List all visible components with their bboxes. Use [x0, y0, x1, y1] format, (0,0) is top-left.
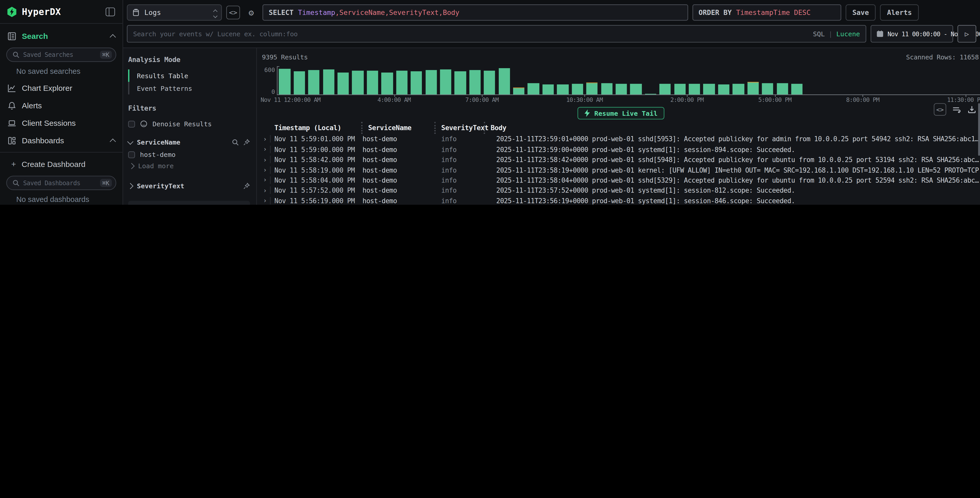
column-servicename[interactable]: ServiceName	[361, 122, 440, 134]
histogram-bar	[645, 94, 656, 94]
histogram-plot[interactable]	[277, 66, 980, 95]
sidebar-item-alerts[interactable]: Alerts	[0, 97, 123, 115]
histogram-bar	[528, 83, 539, 94]
row-severity: info	[441, 145, 496, 153]
log-row[interactable]: ›Nov 11 5:59:01.000 PMhost-demoinfo2025-…	[262, 134, 980, 144]
denoise-icon	[140, 120, 148, 128]
filters-label: Filters	[128, 104, 250, 113]
main-area: Logs <> ⚙ SELECT Timestamp ,ServiceName,…	[123, 0, 980, 205]
column-timestamp[interactable]: Timestamp (Local)	[274, 122, 367, 134]
query-toolbar: Logs <> ⚙ SELECT Timestamp ,ServiceName,…	[123, 0, 980, 48]
orderby-input[interactable]: ORDER BY TimestampTime DESC	[692, 4, 841, 21]
database-icon	[132, 8, 140, 17]
histogram-bar	[747, 82, 759, 94]
results-panel: 9395 Results Scanned Rows: 11658 600 0 N…	[257, 48, 980, 205]
sidebar-collapse-icon[interactable]	[106, 8, 115, 16]
filter-group-servicename[interactable]: ServiceName	[128, 138, 250, 145]
gear-icon[interactable]: ⚙	[245, 6, 258, 19]
log-table-header: Timestamp (Local) ServiceName SeverityTe…	[262, 122, 980, 134]
denoise-checkbox[interactable]	[128, 120, 135, 127]
mode-results-table[interactable]: Results Table	[128, 69, 250, 82]
histogram-bar	[382, 73, 393, 94]
laptop-icon	[8, 119, 16, 128]
column-body[interactable]: Body	[484, 122, 924, 134]
brand-name: HyperDX	[22, 7, 61, 17]
log-row[interactable]: ›Nov 11 5:56:19.000 PMhost-demoinfo2025-…	[262, 195, 980, 205]
x-tick-label: 7:00:00 AM	[465, 96, 498, 103]
histogram-bar	[572, 84, 583, 94]
histogram-bar	[586, 83, 598, 94]
servicename-value-label[interactable]: host-demo	[140, 151, 176, 158]
histogram-bar	[367, 71, 378, 94]
more-filters-button[interactable]: More filters	[128, 201, 250, 205]
histogram-bar	[630, 84, 641, 94]
load-more-button[interactable]: Load more	[128, 160, 250, 169]
sidebar-item-client-sessions[interactable]: Client Sessions	[0, 115, 123, 132]
denoise-label[interactable]: Denoise Results	[153, 120, 212, 128]
log-row[interactable]: ›Nov 11 5:58:04.000 PMhost-demoinfo2025-…	[262, 175, 980, 185]
lucene-toggle[interactable]: Lucene	[836, 30, 860, 38]
sidebar-item-search[interactable]: Search	[0, 27, 123, 45]
row-body: 2025-11-11T23:59:00+0000 prod-web-01 sys…	[496, 145, 980, 153]
pin-icon[interactable]	[243, 182, 250, 189]
orderby-value: TimestampTime DESC	[736, 8, 811, 17]
date-range-picker[interactable]: Nov 11 00:00:00 - Nov 12 00:00:00	[871, 25, 953, 42]
divider	[0, 152, 123, 153]
event-search-placeholder: Search your events w/ Lucene ex. column:…	[133, 30, 813, 38]
row-servicename: host-demo	[363, 135, 441, 143]
wrap-lines-icon[interactable]	[953, 105, 961, 114]
saved-dashboards-placeholder: Saved Dashboards	[23, 180, 96, 187]
row-body: 2025-11-11T23:56:19+0000 prod-web-01 sys…	[496, 197, 980, 204]
download-icon[interactable]	[967, 105, 976, 114]
row-severity: info	[441, 166, 496, 174]
histogram-bar	[455, 71, 466, 94]
histogram-bar	[703, 84, 715, 94]
histogram-bar	[542, 84, 554, 94]
chart-icon	[8, 84, 16, 93]
source-select-value: Logs	[145, 8, 210, 17]
resume-live-tail-button[interactable]: Resume Live Tail	[578, 107, 664, 120]
brand[interactable]: HyperDX	[6, 6, 61, 18]
table-scrollbar[interactable]	[978, 103, 980, 156]
row-servicename: host-demo	[363, 176, 441, 184]
event-search-input[interactable]: Search your events w/ Lucene ex. column:…	[127, 25, 866, 42]
shortcut-badge: ⌘K	[100, 179, 112, 187]
sidebar-item-chart-explorer[interactable]: Chart Explorer	[0, 80, 123, 97]
search-icon[interactable]	[232, 138, 239, 145]
saved-searches-input[interactable]: Saved Searches ⌘K	[6, 48, 116, 62]
row-severity: info	[441, 135, 496, 143]
row-severity: info	[441, 197, 496, 204]
histogram-bar	[616, 84, 627, 94]
sidebar-item-label: Dashboards	[22, 136, 105, 145]
sidebar-item-label: Alerts	[22, 101, 115, 110]
code-icon[interactable]: <>	[226, 6, 240, 19]
code-icon[interactable]: <>	[934, 103, 946, 116]
row-timestamp: Nov 11 5:59:01.000 PM	[270, 135, 363, 143]
column-severitytext[interactable]: SeverityText	[434, 122, 490, 134]
servicename-value-checkbox[interactable]	[128, 151, 135, 158]
histogram-bar	[762, 83, 773, 94]
histogram-bar	[425, 70, 436, 94]
filter-group-severitytext[interactable]: SeverityText	[128, 182, 250, 189]
filters-panel: Analysis Mode Results Table Event Patter…	[123, 48, 257, 205]
log-table-body: ›Nov 11 5:59:01.000 PMhost-demoinfo2025-…	[262, 134, 980, 205]
alerts-button[interactable]: Alerts	[880, 4, 919, 21]
log-row[interactable]: ›Nov 11 5:58:19.000 PMhost-demoinfo2025-…	[262, 164, 980, 175]
save-button[interactable]: Save	[846, 4, 876, 21]
x-tick-label: 2:00:00 PM	[670, 96, 704, 103]
log-row[interactable]: ›Nov 11 5:59:00.000 PMhost-demoinfo2025-…	[262, 144, 980, 154]
create-dashboard-button[interactable]: + Create Dashboard	[0, 155, 123, 173]
run-query-button[interactable]: ▷	[958, 25, 976, 42]
log-row[interactable]: ›Nov 11 5:57:52.000 PMhost-demoinfo2025-…	[262, 185, 980, 195]
pin-icon[interactable]	[243, 138, 250, 145]
row-severity: info	[441, 176, 496, 184]
plus-icon: +	[11, 160, 16, 169]
sql-toggle[interactable]: SQL	[813, 30, 825, 38]
source-select[interactable]: Logs	[127, 4, 222, 21]
mode-event-patterns[interactable]: Event Patterns	[128, 82, 250, 94]
select-chevrons-icon	[214, 8, 217, 17]
select-query-input[interactable]: SELECT Timestamp ,ServiceName,SeverityTe…	[262, 4, 688, 21]
sidebar-item-dashboards[interactable]: Dashboards	[0, 132, 123, 150]
saved-dashboards-input[interactable]: Saved Dashboards ⌘K	[6, 176, 116, 190]
log-row[interactable]: ›Nov 11 5:58:42.000 PMhost-demoinfo2025-…	[262, 154, 980, 164]
